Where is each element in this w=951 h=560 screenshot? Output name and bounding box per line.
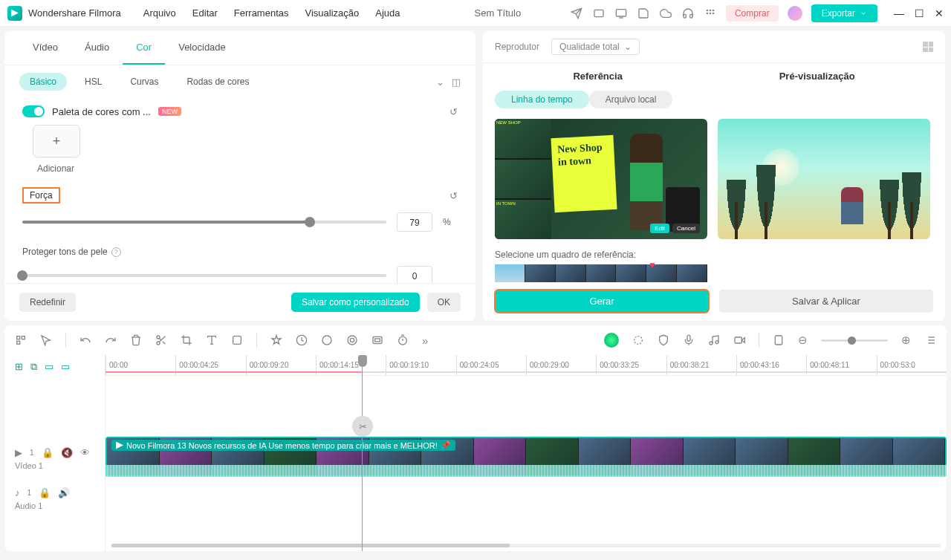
cut-icon[interactable]: [155, 334, 167, 346]
video-track-icon[interactable]: ▶: [15, 447, 22, 458]
reference-image[interactable]: NEW SHOPIN TOWN New Shop in town Edit Ca…: [495, 119, 707, 239]
palette-row: Paleta de cores com ... NEW ↺: [22, 105, 458, 117]
speed-icon[interactable]: [296, 334, 308, 346]
timeline-hscroll[interactable]: [106, 542, 947, 548]
timer-icon[interactable]: [397, 334, 409, 346]
ai-badge-icon[interactable]: [604, 333, 619, 348]
split-handle-icon[interactable]: ✂: [352, 416, 373, 437]
ok-button[interactable]: OK: [427, 293, 461, 312]
mute-icon[interactable]: 🔇: [61, 447, 73, 458]
ref-cancel-button[interactable]: Cancel: [672, 224, 700, 233]
track-icon-1[interactable]: ▭: [45, 361, 53, 373]
menu-file[interactable]: Arquivo: [143, 7, 176, 19]
compare-icon[interactable]: ◫: [452, 76, 461, 88]
user-avatar[interactable]: [788, 6, 802, 21]
buy-button[interactable]: Comprar: [726, 5, 779, 22]
mask-icon[interactable]: [371, 334, 383, 346]
quality-value: Qualidade total: [559, 42, 620, 52]
pill-timeline[interactable]: Linha do tempo: [495, 91, 589, 108]
tab-speed[interactable]: Velocidade: [165, 31, 239, 65]
media-icon[interactable]: [592, 7, 606, 20]
palette-reset-icon[interactable]: ↺: [449, 106, 458, 117]
menu-edit[interactable]: Editar: [192, 7, 218, 19]
color-icon[interactable]: [321, 334, 333, 346]
apps-icon[interactable]: [704, 7, 717, 20]
record-icon[interactable]: [733, 334, 745, 346]
tab-audio[interactable]: Áudio: [71, 31, 123, 65]
playhead[interactable]: ✂: [362, 355, 363, 551]
maximize-button[interactable]: ☐: [915, 7, 924, 19]
hscroll-thumb[interactable]: [111, 544, 510, 547]
delete-icon[interactable]: [130, 334, 142, 346]
save-icon[interactable]: [637, 7, 650, 20]
subtab-wheels[interactable]: Rodas de cores: [176, 73, 259, 91]
track-icon-2[interactable]: ▭: [61, 361, 70, 373]
minimize-button[interactable]: —: [894, 7, 904, 19]
zoom-out-icon[interactable]: ⊖: [798, 333, 808, 347]
chevron-down-icon[interactable]: ⌄: [436, 76, 444, 88]
menu-view[interactable]: Visualização: [305, 7, 360, 19]
close-button[interactable]: ✕: [935, 7, 944, 19]
list-icon[interactable]: [924, 334, 936, 346]
menu-help[interactable]: Ajuda: [375, 7, 400, 19]
pill-local-file[interactable]: Arquivo local: [589, 91, 673, 108]
speaker-icon[interactable]: 🔊: [58, 487, 70, 498]
save-apply-button[interactable]: Salvar & Aplicar: [719, 290, 933, 313]
cursor-tool-icon[interactable]: [40, 334, 52, 346]
shape-icon[interactable]: [231, 334, 243, 346]
info-icon[interactable]: ?: [111, 247, 121, 257]
select-tool-icon[interactable]: [15, 334, 27, 346]
subtab-hsl[interactable]: HSL: [74, 73, 112, 91]
link-icon[interactable]: ⧉: [30, 361, 37, 373]
crop-icon[interactable]: [181, 334, 192, 346]
menu-tools[interactable]: Ferramentas: [234, 7, 289, 19]
generate-button[interactable]: Gerar: [495, 290, 709, 313]
send-icon[interactable]: [570, 7, 583, 20]
effects-icon[interactable]: [270, 334, 282, 346]
subtab-basic[interactable]: Básico: [19, 73, 67, 91]
lock-icon[interactable]: 🔒: [39, 487, 51, 498]
save-custom-button[interactable]: Salvar como personalizado: [291, 293, 420, 312]
more-icon[interactable]: »: [422, 334, 428, 347]
tab-video[interactable]: Vídeo: [19, 31, 71, 65]
force-value[interactable]: 79: [397, 212, 432, 232]
ai-tool-icon[interactable]: [346, 334, 358, 346]
reset-button[interactable]: Redefinir: [19, 293, 76, 312]
eye-icon[interactable]: 👁: [80, 447, 90, 458]
reference-frames[interactable]: ▼: [495, 264, 707, 282]
lock-icon[interactable]: 🔒: [42, 447, 53, 458]
force-reset-icon[interactable]: ↺: [449, 190, 458, 201]
audio-track-icon[interactable]: ♪: [15, 487, 20, 498]
timeline-ruler[interactable]: 00:00 00:00:04:25 00:00:09:20 00:00:14:1…: [106, 355, 947, 376]
cloud-icon[interactable]: [659, 7, 672, 20]
music-icon[interactable]: [708, 334, 720, 346]
mic-icon[interactable]: [683, 334, 695, 346]
palette-toggle[interactable]: [22, 105, 45, 117]
quality-select[interactable]: Qualidade total ⌄: [551, 39, 640, 55]
ref-edit-button[interactable]: Edit: [650, 224, 669, 233]
redo-icon[interactable]: [105, 334, 117, 346]
headphones-icon[interactable]: [681, 7, 695, 20]
protect-slider[interactable]: [22, 274, 386, 277]
grid-layout-icon[interactable]: [923, 42, 933, 52]
zoom-slider[interactable]: [821, 339, 888, 342]
preview-image[interactable]: [718, 119, 930, 239]
audio-waveform[interactable]: [106, 465, 947, 477]
shield-icon[interactable]: [658, 334, 669, 346]
text-icon[interactable]: [206, 334, 218, 346]
add-palette-button[interactable]: +: [33, 125, 80, 157]
enhance-icon[interactable]: [632, 334, 644, 346]
playhead-handle[interactable]: [358, 355, 367, 367]
marker-icon[interactable]: [773, 334, 785, 346]
force-slider[interactable]: [22, 221, 386, 224]
timeline-tracks-area[interactable]: 00:00 00:00:04:25 00:00:09:20 00:00:14:1…: [106, 355, 947, 551]
frame-marker-icon[interactable]: ▼: [648, 260, 657, 270]
undo-icon[interactable]: [79, 334, 91, 346]
protect-value[interactable]: 0: [397, 266, 432, 283]
add-track-icon[interactable]: ⊞: [15, 361, 23, 373]
subtab-curves[interactable]: Curvas: [120, 73, 169, 91]
zoom-in-icon[interactable]: ⊕: [901, 333, 911, 347]
export-button[interactable]: Exportar: [811, 4, 877, 22]
screen-icon[interactable]: [614, 7, 628, 20]
tab-color[interactable]: Cor: [123, 31, 165, 65]
